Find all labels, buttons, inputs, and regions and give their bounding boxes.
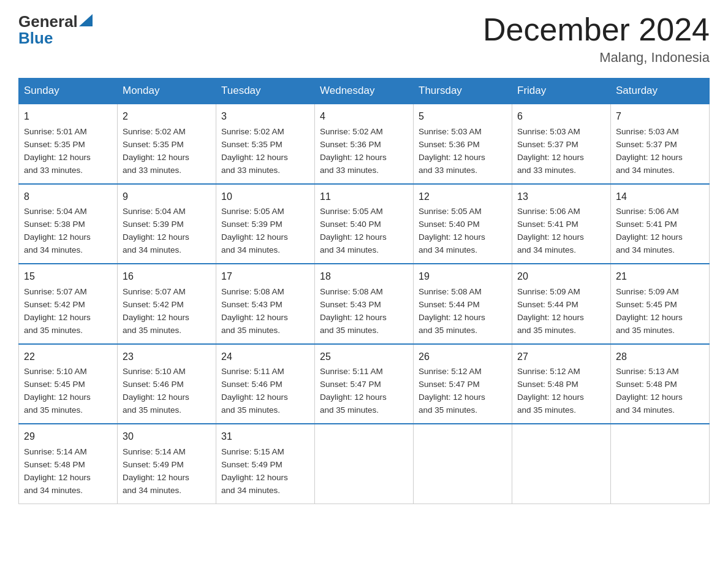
col-header-thursday: Thursday — [414, 79, 512, 104]
day-info: Sunrise: 5:06 AMSunset: 5:41 PMDaylight:… — [616, 207, 683, 255]
day-number: 9 — [123, 190, 211, 205]
day-info: Sunrise: 5:02 AMSunset: 5:36 PMDaylight:… — [320, 127, 387, 175]
calendar-cell: 26Sunrise: 5:12 AMSunset: 5:47 PMDayligh… — [414, 344, 512, 424]
calendar-cell: 12Sunrise: 5:05 AMSunset: 5:40 PMDayligh… — [414, 184, 512, 264]
col-header-monday: Monday — [118, 79, 216, 104]
day-number: 3 — [221, 109, 309, 124]
calendar-cell: 22Sunrise: 5:10 AMSunset: 5:45 PMDayligh… — [19, 344, 118, 424]
calendar-cell: 24Sunrise: 5:11 AMSunset: 5:46 PMDayligh… — [216, 344, 315, 424]
day-info: Sunrise: 5:07 AMSunset: 5:42 PMDaylight:… — [123, 287, 189, 335]
day-info: Sunrise: 5:03 AMSunset: 5:37 PMDaylight:… — [616, 127, 683, 175]
calendar-week-row: 1Sunrise: 5:01 AMSunset: 5:35 PMDaylight… — [19, 104, 710, 183]
location-subtitle: Malang, Indonesia — [483, 50, 710, 66]
calendar-cell: 9Sunrise: 5:04 AMSunset: 5:39 PMDaylight… — [118, 184, 216, 264]
day-info: Sunrise: 5:03 AMSunset: 5:36 PMDaylight:… — [419, 127, 485, 175]
day-info: Sunrise: 5:08 AMSunset: 5:43 PMDaylight:… — [320, 287, 387, 335]
calendar-cell — [512, 424, 611, 504]
day-info: Sunrise: 5:15 AMSunset: 5:49 PMDaylight:… — [221, 447, 288, 495]
day-number: 8 — [24, 190, 112, 205]
calendar-cell: 16Sunrise: 5:07 AMSunset: 5:42 PMDayligh… — [118, 264, 216, 343]
day-number: 7 — [616, 109, 704, 124]
day-number: 29 — [24, 429, 112, 445]
day-info: Sunrise: 5:14 AMSunset: 5:49 PMDaylight:… — [123, 447, 189, 495]
calendar-cell: 2Sunrise: 5:02 AMSunset: 5:35 PMDaylight… — [118, 104, 216, 183]
day-number: 2 — [123, 109, 211, 124]
col-header-sunday: Sunday — [19, 79, 118, 104]
day-info: Sunrise: 5:06 AMSunset: 5:41 PMDaylight:… — [517, 207, 584, 255]
day-number: 25 — [320, 350, 408, 365]
calendar-cell: 25Sunrise: 5:11 AMSunset: 5:47 PMDayligh… — [315, 344, 414, 424]
logo-blue-text: Blue — [18, 29, 93, 48]
calendar-cell: 27Sunrise: 5:12 AMSunset: 5:48 PMDayligh… — [512, 344, 611, 424]
day-number: 21 — [616, 269, 704, 285]
header-right: December 2024 Malang, Indonesia — [483, 12, 710, 66]
calendar-cell: 6Sunrise: 5:03 AMSunset: 5:37 PMDaylight… — [512, 104, 611, 183]
day-number: 10 — [221, 190, 309, 205]
logo-container: General Blue — [18, 12, 93, 48]
day-number: 27 — [517, 350, 605, 365]
day-number: 11 — [320, 190, 408, 205]
day-number: 22 — [24, 350, 112, 365]
day-info: Sunrise: 5:08 AMSunset: 5:43 PMDaylight:… — [221, 287, 288, 335]
day-info: Sunrise: 5:11 AMSunset: 5:46 PMDaylight:… — [221, 367, 288, 415]
day-info: Sunrise: 5:14 AMSunset: 5:48 PMDaylight:… — [24, 447, 91, 495]
col-header-wednesday: Wednesday — [315, 79, 414, 104]
day-number: 15 — [24, 269, 112, 285]
month-title: December 2024 — [483, 12, 710, 47]
calendar-cell: 11Sunrise: 5:05 AMSunset: 5:40 PMDayligh… — [315, 184, 414, 264]
day-info: Sunrise: 5:05 AMSunset: 5:39 PMDaylight:… — [221, 207, 288, 255]
calendar-table: SundayMondayTuesdayWednesdayThursdayFrid… — [18, 78, 710, 504]
calendar-cell: 14Sunrise: 5:06 AMSunset: 5:41 PMDayligh… — [611, 184, 710, 264]
day-number: 20 — [517, 269, 605, 285]
day-number: 30 — [123, 429, 211, 445]
day-number: 6 — [517, 109, 605, 124]
col-header-tuesday: Tuesday — [216, 79, 315, 104]
day-info: Sunrise: 5:03 AMSunset: 5:37 PMDaylight:… — [517, 127, 584, 175]
col-header-friday: Friday — [512, 79, 611, 104]
day-info: Sunrise: 5:09 AMSunset: 5:44 PMDaylight:… — [517, 287, 584, 335]
calendar-cell: 13Sunrise: 5:06 AMSunset: 5:41 PMDayligh… — [512, 184, 611, 264]
day-number: 16 — [123, 269, 211, 285]
day-number: 1 — [24, 109, 112, 124]
calendar-cell: 31Sunrise: 5:15 AMSunset: 5:49 PMDayligh… — [216, 424, 315, 504]
day-info: Sunrise: 5:05 AMSunset: 5:40 PMDaylight:… — [320, 207, 387, 255]
day-number: 23 — [123, 350, 211, 365]
day-number: 26 — [419, 350, 507, 365]
calendar-week-row: 15Sunrise: 5:07 AMSunset: 5:42 PMDayligh… — [19, 264, 710, 343]
day-info: Sunrise: 5:04 AMSunset: 5:38 PMDaylight:… — [24, 207, 91, 255]
calendar-cell — [611, 424, 710, 504]
logo-triangle-icon — [79, 14, 93, 26]
day-number: 24 — [221, 350, 309, 365]
calendar-cell: 18Sunrise: 5:08 AMSunset: 5:43 PMDayligh… — [315, 264, 414, 343]
calendar-cell: 23Sunrise: 5:10 AMSunset: 5:46 PMDayligh… — [118, 344, 216, 424]
day-number: 4 — [320, 109, 408, 124]
day-number: 17 — [221, 269, 309, 285]
calendar-cell: 8Sunrise: 5:04 AMSunset: 5:38 PMDaylight… — [19, 184, 118, 264]
calendar-week-row: 29Sunrise: 5:14 AMSunset: 5:48 PMDayligh… — [19, 424, 710, 504]
col-header-saturday: Saturday — [611, 79, 710, 104]
calendar-cell — [414, 424, 512, 504]
calendar-cell: 19Sunrise: 5:08 AMSunset: 5:44 PMDayligh… — [414, 264, 512, 343]
calendar-cell: 21Sunrise: 5:09 AMSunset: 5:45 PMDayligh… — [611, 264, 710, 343]
day-number: 18 — [320, 269, 408, 285]
calendar-week-row: 8Sunrise: 5:04 AMSunset: 5:38 PMDaylight… — [19, 184, 710, 264]
calendar-cell — [315, 424, 414, 504]
calendar-cell: 29Sunrise: 5:14 AMSunset: 5:48 PMDayligh… — [19, 424, 118, 504]
day-info: Sunrise: 5:11 AMSunset: 5:47 PMDaylight:… — [320, 367, 387, 415]
calendar-cell: 1Sunrise: 5:01 AMSunset: 5:35 PMDaylight… — [19, 104, 118, 183]
calendar-cell: 7Sunrise: 5:03 AMSunset: 5:37 PMDaylight… — [611, 104, 710, 183]
logo: General Blue — [18, 12, 93, 48]
day-info: Sunrise: 5:01 AMSunset: 5:35 PMDaylight:… — [24, 127, 91, 175]
calendar-cell: 30Sunrise: 5:14 AMSunset: 5:49 PMDayligh… — [118, 424, 216, 504]
day-number: 31 — [221, 429, 309, 445]
calendar-cell: 17Sunrise: 5:08 AMSunset: 5:43 PMDayligh… — [216, 264, 315, 343]
day-info: Sunrise: 5:13 AMSunset: 5:48 PMDaylight:… — [616, 367, 683, 415]
calendar-cell: 5Sunrise: 5:03 AMSunset: 5:36 PMDaylight… — [414, 104, 512, 183]
day-info: Sunrise: 5:02 AMSunset: 5:35 PMDaylight:… — [123, 127, 189, 175]
svg-marker-0 — [79, 14, 93, 26]
calendar-cell: 15Sunrise: 5:07 AMSunset: 5:42 PMDayligh… — [19, 264, 118, 343]
day-number: 12 — [419, 190, 507, 205]
day-info: Sunrise: 5:08 AMSunset: 5:44 PMDaylight:… — [419, 287, 485, 335]
day-number: 13 — [517, 190, 605, 205]
day-number: 14 — [616, 190, 704, 205]
